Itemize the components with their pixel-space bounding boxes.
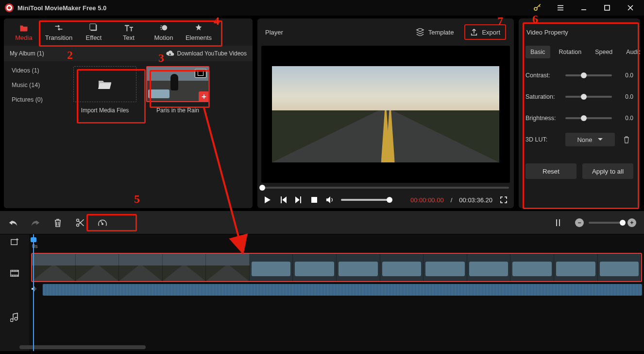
media-grid: Import Media Files + Paris in the Rain (67, 61, 253, 208)
video-badge-icon (195, 69, 206, 78)
title-bar: MiniTool MovieMaker Free 5.0 (0, 0, 644, 16)
prop-tab-audio[interactable]: Audio (621, 46, 640, 58)
prop-tab-basic[interactable]: Basic (525, 46, 550, 58)
motion-icon (159, 23, 168, 32)
minimize-button[interactable] (574, 1, 593, 15)
seek-bar[interactable] (257, 183, 514, 193)
mode-tab-text[interactable]: Text (112, 20, 146, 44)
clip-title-label: Paris in the Rain (156, 107, 199, 114)
music-track-icon (0, 298, 29, 336)
prev-frame-button[interactable] (279, 195, 288, 204)
export-label: Export (482, 29, 500, 36)
timeline-scrollbar[interactable] (19, 345, 644, 349)
lut-value: None (577, 136, 592, 143)
svg-rect-1 (605, 5, 610, 10)
mode-label: Elements (186, 34, 212, 41)
zoom-control: − + (575, 218, 636, 227)
export-button[interactable]: Export (464, 24, 506, 40)
folder-icon (19, 23, 28, 32)
mode-label: Motion (154, 34, 173, 41)
export-icon (470, 28, 478, 36)
mode-tab-motion[interactable]: Motion (147, 20, 181, 44)
saturation-label: Saturation: (525, 93, 560, 100)
video-preview[interactable] (261, 46, 510, 183)
next-frame-button[interactable] (294, 195, 303, 204)
folder-open-icon (98, 78, 112, 90)
close-button[interactable] (621, 1, 640, 15)
mode-tab-elements[interactable]: Elements (182, 20, 216, 44)
app-logo-icon (5, 3, 14, 12)
duration-time: 00:03:36.20 (459, 196, 492, 204)
current-time: 00:00:00.00 (410, 196, 444, 204)
download-youtube-label: Download YouTube Videos (177, 50, 247, 57)
delete-button[interactable] (52, 217, 63, 228)
prop-tab-rotation[interactable]: Rotation (554, 46, 587, 58)
fullscreen-button[interactable] (499, 195, 508, 204)
video-track-icon (0, 249, 29, 298)
timeline-clip[interactable] (31, 253, 642, 282)
text-icon (124, 23, 133, 32)
maximize-button[interactable] (597, 1, 617, 15)
license-key-icon[interactable] (527, 1, 547, 15)
speed-button[interactable] (97, 217, 108, 228)
play-button[interactable] (263, 195, 272, 204)
timeline-options-icon[interactable] (553, 217, 563, 228)
player-panel: Player Template Export (257, 18, 514, 208)
player-controls: 00:00:00.00 / 00:03:36.20 (257, 193, 514, 208)
download-youtube-button[interactable]: Download YouTube Videos (166, 50, 247, 57)
app-title: MiniTool MovieMaker Free 5.0 (17, 4, 106, 12)
transition-icon (54, 23, 63, 32)
mode-tab-effect[interactable]: Effect (77, 20, 111, 44)
undo-button[interactable] (8, 217, 18, 228)
apply-all-button[interactable]: Apply to all (582, 163, 633, 179)
property-title: Video Property (526, 29, 568, 36)
add-track-button[interactable] (0, 234, 29, 249)
mode-tab-media[interactable]: Media (7, 20, 41, 44)
mode-label: Media (15, 34, 32, 41)
timeline-tracks[interactable]: 0s (29, 234, 644, 351)
lut-select[interactable]: None (565, 133, 615, 146)
svg-rect-9 (11, 240, 17, 245)
import-media-card[interactable]: Import Media Files (72, 66, 138, 114)
playhead[interactable] (33, 234, 34, 351)
split-button[interactable] (75, 217, 85, 228)
lut-delete-button[interactable] (620, 136, 633, 143)
contrast-label: Contrast: (525, 72, 560, 79)
zoom-in-button[interactable]: + (627, 218, 636, 227)
top-panels: Media Transition Effect Text (0, 16, 644, 211)
menu-icon[interactable] (551, 1, 570, 15)
svg-rect-3 (90, 23, 96, 30)
sidebar-item-videos[interactable]: Videos (1) (4, 63, 67, 78)
clip-audio-icon (31, 286, 40, 292)
template-icon (416, 28, 424, 36)
time-separator: / (451, 196, 453, 204)
timeline-area: − + 0s (0, 211, 644, 351)
mode-label: Text (123, 34, 135, 41)
lut-label: 3D LUT: (525, 136, 560, 143)
volume-icon[interactable] (325, 195, 334, 204)
clip-thumbnail[interactable]: + (146, 66, 209, 102)
redo-button[interactable] (30, 217, 41, 228)
saturation-slider[interactable] (565, 96, 612, 98)
video-track[interactable] (29, 249, 644, 298)
sidebar-item-pictures[interactable]: Pictures (0) (4, 92, 67, 107)
media-clip-card[interactable]: + Paris in the Rain (145, 66, 211, 114)
property-tabs: Basic Rotation Speed Audio (525, 46, 633, 58)
mode-tab-transition[interactable]: Transition (42, 20, 76, 44)
timeline-ruler[interactable]: 0s (29, 234, 644, 249)
svg-point-8 (102, 223, 103, 225)
template-button[interactable]: Template (411, 25, 459, 39)
effect-icon (89, 23, 98, 32)
zoom-out-button[interactable]: − (575, 218, 584, 227)
zoom-slider[interactable] (589, 222, 623, 224)
timeline-gutter (0, 234, 29, 351)
volume-slider[interactable] (341, 199, 390, 201)
reset-button[interactable]: Reset (525, 163, 576, 179)
add-clip-button[interactable]: + (199, 91, 209, 102)
prop-tab-speed[interactable]: Speed (590, 46, 617, 58)
stop-button[interactable] (310, 195, 319, 204)
contrast-slider[interactable] (565, 74, 612, 76)
sidebar-item-music[interactable]: Music (14) (4, 78, 67, 92)
property-panel: Video Property Basic Rotation Speed Audi… (519, 18, 640, 208)
brightness-slider[interactable] (565, 117, 612, 119)
